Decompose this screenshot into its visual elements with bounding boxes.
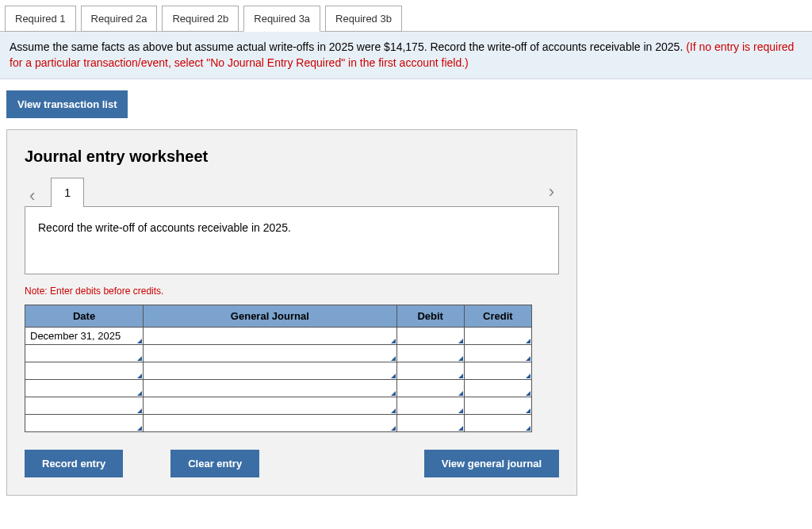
table-row: December 31, 2025 <box>25 328 532 345</box>
entry-prompt-box: Record the write-off of accounts receiva… <box>25 206 559 274</box>
tab-required-3b[interactable]: Required 3b <box>325 6 402 32</box>
record-entry-button[interactable]: Record entry <box>25 450 123 477</box>
chevron-right-icon[interactable]: › <box>544 182 559 202</box>
general-journal-cell[interactable] <box>144 362 397 380</box>
page-number-tab[interactable]: 1 <box>51 178 84 207</box>
credit-cell[interactable] <box>464 328 531 345</box>
table-row <box>25 397 532 415</box>
worksheet-title: Journal entry worksheet <box>25 148 559 166</box>
journal-tbody: December 31, 2025 <box>25 328 532 432</box>
button-row: Record entry Clear entry View general jo… <box>25 450 559 477</box>
debit-cell[interactable] <box>396 415 464 432</box>
col-header-debit: Debit <box>396 305 464 328</box>
date-cell[interactable] <box>25 397 144 415</box>
tabs-row: Required 1 Required 2a Required 2b Requi… <box>0 0 812 32</box>
col-header-date: Date <box>25 305 144 328</box>
credit-cell[interactable] <box>464 345 531 362</box>
debit-cell[interactable] <box>396 380 464 397</box>
table-row <box>25 362 532 380</box>
debit-cell[interactable] <box>396 362 464 380</box>
col-header-general-journal: General Journal <box>144 305 397 328</box>
instruction-banner: Assume the same facts as above but assum… <box>0 32 812 79</box>
entry-prompt-text: Record the write-off of accounts receiva… <box>38 221 291 234</box>
table-row <box>25 415 532 432</box>
date-cell[interactable] <box>25 380 144 397</box>
credit-cell[interactable] <box>464 397 531 415</box>
date-cell[interactable]: December 31, 2025 <box>25 328 144 345</box>
col-header-credit: Credit <box>464 305 531 328</box>
general-journal-cell[interactable] <box>144 328 397 345</box>
general-journal-cell[interactable] <box>144 415 397 432</box>
banner-text: Assume the same facts as above but assum… <box>10 40 686 53</box>
chevron-left-icon[interactable]: ‹ <box>25 186 40 206</box>
date-cell[interactable] <box>25 362 144 380</box>
pager: ‹ 1 › <box>25 177 559 206</box>
tab-required-1[interactable]: Required 1 <box>5 6 76 32</box>
general-journal-cell[interactable] <box>144 345 397 362</box>
journal-worksheet: Journal entry worksheet ‹ 1 › Record the… <box>6 129 577 496</box>
tab-required-2b[interactable]: Required 2b <box>162 6 239 32</box>
general-journal-cell[interactable] <box>144 380 397 397</box>
view-transaction-list-button[interactable]: View transaction list <box>6 90 128 118</box>
general-journal-cell[interactable] <box>144 397 397 415</box>
journal-table: Date General Journal Debit Credit Decemb… <box>25 305 532 432</box>
debit-cell[interactable] <box>396 345 464 362</box>
credit-cell[interactable] <box>464 380 531 397</box>
debit-cell[interactable] <box>396 397 464 415</box>
credit-cell[interactable] <box>464 362 531 380</box>
credit-cell[interactable] <box>464 415 531 432</box>
view-general-journal-button[interactable]: View general journal <box>424 450 559 477</box>
table-row <box>25 345 532 362</box>
date-cell[interactable] <box>25 415 144 432</box>
clear-entry-button[interactable]: Clear entry <box>170 450 259 477</box>
tab-required-3a[interactable]: Required 3a <box>243 6 320 32</box>
note-text: Note: Enter debits before credits. <box>25 286 559 297</box>
date-cell[interactable] <box>25 345 144 362</box>
tab-required-2a[interactable]: Required 2a <box>81 6 158 32</box>
table-row <box>25 380 532 397</box>
debit-cell[interactable] <box>396 328 464 345</box>
